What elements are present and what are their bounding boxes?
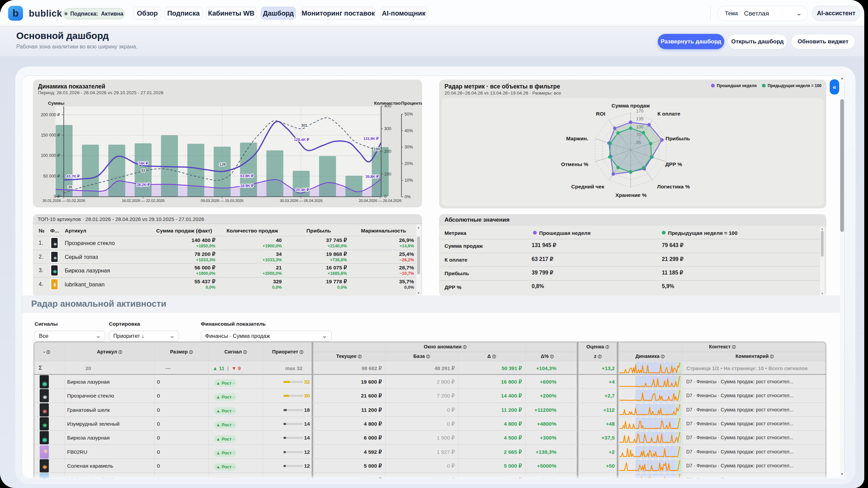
svg-text:30%: 30% [405,145,413,149]
svg-text:199: 199 [374,147,380,151]
svg-text:100: 100 [384,172,391,177]
svg-text:131,9K ₽: 131,9K ₽ [363,137,379,141]
svg-text:Суммы: Суммы [48,101,64,106]
svg-text:61,8K ₽: 61,8K ₽ [240,174,254,178]
svg-text:16.02.2026 — 22.02.2026: 16.02.2026 — 22.02.2026 [122,199,164,203]
svg-text:100: 100 [636,124,644,129]
svg-text:20,4K ₽: 20,4K ₽ [296,188,309,192]
svg-text:200 000 ₽: 200 000 ₽ [41,113,60,117]
svg-text:300: 300 [384,126,391,131]
svg-text:100 000 ₽: 100 000 ₽ [41,153,60,158]
svg-text:0%: 0% [405,195,411,199]
svg-text:Проценты: Проценты [401,101,422,106]
svg-text:Маржин.: Маржин. [566,136,588,141]
svg-text:170: 170 [636,108,644,114]
svg-text:200: 200 [384,149,391,154]
svg-text:128,4K ₽: 128,4K ₽ [294,138,309,142]
svg-text:301: 301 [301,123,308,127]
svg-text:Прибыль: Прибыль [666,136,690,141]
svg-text:135: 135 [636,116,644,121]
svg-text:50 000 ₽: 50 000 ₽ [43,174,60,179]
svg-text:Отмены %: Отмены % [561,161,589,167]
svg-text:70: 70 [636,132,641,137]
svg-text:40%: 40% [405,128,413,133]
svg-text:150 000 ₽: 150 000 ₽ [41,133,60,138]
svg-text:К оплате: К оплате [657,111,680,117]
svg-text:39,8K ₽: 39,8K ₽ [365,175,379,179]
svg-text:20%: 20% [405,161,413,166]
svg-text:Сумма продаж: Сумма продаж [612,103,650,108]
svg-text:Средний чек: Средний чек [571,184,604,189]
svg-text:74K ₽: 74K ₽ [138,161,149,165]
svg-text:10%: 10% [405,178,413,183]
svg-text:20.04.2026 — 26.04.2026: 20.04.2026 — 26.04.2026 [359,199,401,203]
svg-text:35: 35 [636,140,641,145]
svg-text:26.01.2026 — 01.02.2026: 26.01.2026 — 01.02.2026 [42,199,85,203]
svg-text:Логистика %: Логистика % [657,184,690,189]
svg-text:09.03.2026 — 15.03.2026: 09.03.2026 — 15.03.2026 [201,199,243,203]
svg-text:18,9K ₽: 18,9K ₽ [240,184,254,188]
svg-text:128: 128 [219,162,226,166]
svg-text:ROI: ROI [596,111,605,117]
svg-text:Хранение %: Хранение % [615,192,647,198]
svg-text:Количество: Количество [374,101,401,106]
svg-text:50%: 50% [405,112,413,117]
svg-text:30.03.2026 — 05.04.2026: 30.03.2026 — 05.04.2026 [280,199,322,203]
svg-text:28,2K ₽: 28,2K ₽ [136,183,150,187]
svg-text:43,7K ₽: 43,7K ₽ [66,174,80,178]
svg-text:ДРР %: ДРР % [665,161,682,167]
svg-text:93: 93 [141,168,145,172]
svg-text:39: 39 [68,185,72,189]
